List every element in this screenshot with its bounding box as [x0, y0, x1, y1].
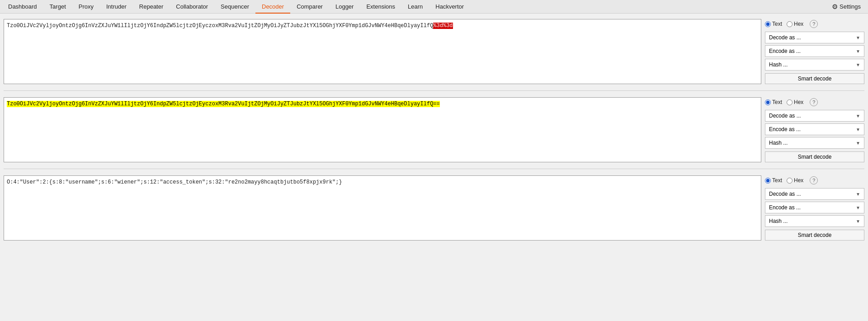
smart-decode-btn-1[interactable]: Smart decode — [765, 73, 864, 84]
hash-chevron-2: ▼ — [856, 141, 860, 146]
nav-proxy[interactable]: Proxy — [72, 0, 100, 14]
divider-2 — [4, 169, 864, 169]
radio-text-label-3[interactable]: Text — [765, 177, 782, 184]
nav-logger[interactable]: Logger — [329, 0, 360, 14]
encode-as-label-1: Encode as ... — [769, 48, 801, 54]
decode-as-label-2: Decode as ... — [769, 113, 801, 119]
smart-decode-btn-3[interactable]: Smart decode — [765, 230, 864, 241]
radio-hex-label-text-1: Hex — [794, 21, 803, 27]
decode-as-chevron-1: ▼ — [856, 35, 860, 40]
encode-as-chevron-3: ▼ — [856, 205, 860, 210]
radio-hex-label-text-3: Hex — [794, 177, 803, 184]
radio-group-3: Text Hex ? — [765, 176, 864, 184]
radio-hex-3[interactable] — [787, 178, 793, 184]
nav-sequencer[interactable]: Sequencer — [214, 0, 255, 14]
radio-hex-label-3[interactable]: Hex — [787, 177, 803, 184]
radio-text-label-text-1: Text — [772, 21, 782, 27]
radio-hex-label-1[interactable]: Hex — [787, 21, 803, 27]
nav-target[interactable]: Target — [43, 0, 72, 14]
decoder-row-1: Tzo0OiJVc2VyljoyOntzOjg6InVzZXJuYW1lIljt… — [4, 17, 864, 86]
radio-text-label-text-2: Text — [772, 99, 782, 105]
encode-as-btn-2[interactable]: Encode as ... ▼ — [765, 123, 864, 135]
decode-as-label-1: Decode as ... — [769, 34, 801, 41]
decoder-textarea-wrap-1: Tzo0OiJVc2VyljoyOntzOjg6InVzZXJuYW1lIljt… — [4, 19, 761, 84]
radio-hex-2[interactable] — [787, 99, 793, 105]
decoder-panel: Tzo0OiJVc2VyljoyOntzOjg6InVzZXJuYW1lIljt… — [4, 17, 864, 242]
radio-text-label-1[interactable]: Text — [765, 21, 782, 27]
decode-as-label-3: Decode as ... — [769, 191, 801, 197]
hash-label-1: Hash ... — [769, 61, 788, 68]
radio-text-label-text-3: Text — [772, 177, 782, 184]
help-icon-1[interactable]: ? — [810, 20, 818, 28]
decoder-controls-3: Text Hex ? Decode as ... ▼ Encode as ...… — [765, 175, 864, 241]
nav-collaborator[interactable]: Collaborator — [170, 0, 214, 14]
encode-as-chevron-1: ▼ — [856, 49, 860, 54]
top-nav: Dashboard Target Proxy Intruder Repeater… — [0, 0, 868, 14]
radio-hex-1[interactable] — [787, 21, 793, 27]
help-icon-2[interactable]: ? — [810, 98, 818, 106]
decoder-controls-1: Text Hex ? Decode as ... ▼ Encode as ...… — [765, 19, 864, 84]
hash-btn-2[interactable]: Hash ... ▼ — [765, 137, 864, 149]
decoder-content-1[interactable]: Tzo0OiJVc2VyljoyOntzOjg6InVzZXJuYW1lIljt… — [4, 19, 761, 74]
settings-icon: ⚙ — [832, 3, 838, 11]
nav-extensions[interactable]: Extensions — [360, 0, 401, 14]
radio-group-2: Text Hex ? — [765, 98, 864, 106]
help-icon-3[interactable]: ? — [810, 176, 818, 184]
highlight-span-1: %3d%3d — [433, 23, 453, 29]
hash-btn-1[interactable]: Hash ... ▼ — [765, 59, 864, 71]
nav-decoder[interactable]: Decoder — [255, 0, 290, 14]
radio-hex-label-text-2: Hex — [794, 99, 803, 105]
encode-as-btn-3[interactable]: Encode as ... ▼ — [765, 202, 864, 213]
settings-label: Settings — [840, 3, 861, 10]
decoder-textarea-wrap-2: Tzo0OiJVc2VyljoyOntzOjg6InVzZXJuYW1lIljt… — [4, 97, 761, 162]
nav-hackvertor[interactable]: Hackvertor — [429, 0, 470, 14]
encode-as-label-3: Encode as ... — [769, 204, 801, 211]
radio-text-3[interactable] — [765, 178, 771, 184]
radio-group-1: Text Hex ? — [765, 20, 864, 28]
decode-as-chevron-2: ▼ — [856, 113, 860, 118]
nav-repeater[interactable]: Repeater — [133, 0, 170, 14]
decoder-content-2[interactable]: Tzo0OiJVc2VyljoyOntzOjg6InVzZXJuYW1lIljt… — [4, 98, 761, 152]
encode-as-label-2: Encode as ... — [769, 126, 801, 132]
nav-learn[interactable]: Learn — [401, 0, 429, 14]
encode-as-btn-1[interactable]: Encode as ... ▼ — [765, 45, 864, 57]
radio-text-label-2[interactable]: Text — [765, 99, 782, 105]
decode-as-btn-1[interactable]: Decode as ... ▼ — [765, 32, 864, 43]
decode-as-btn-3[interactable]: Decode as ... ▼ — [765, 188, 864, 200]
divider-1 — [4, 90, 864, 91]
decode-as-btn-2[interactable]: Decode as ... ▼ — [765, 110, 864, 122]
nav-comparer[interactable]: Comparer — [290, 0, 329, 14]
decoder-row-3: O:4:"User":2:{s:8:"username";s:6:"wiener… — [4, 174, 864, 242]
encode-as-chevron-2: ▼ — [856, 127, 860, 132]
radio-text-2[interactable] — [765, 99, 771, 105]
radio-text-1[interactable] — [765, 21, 771, 27]
hash-label-3: Hash ... — [769, 218, 788, 224]
nav-intruder[interactable]: Intruder — [100, 0, 133, 14]
highlight-span-2: Tzo0OiJVc2VyljoyOntzOjg6InVzZXJuYW1lIljt… — [7, 101, 440, 107]
nav-dashboard[interactable]: Dashboard — [2, 0, 43, 14]
hash-label-2: Hash ... — [769, 140, 788, 146]
decoder-content-3[interactable]: O:4:"User":2:{s:8:"username";s:6:"wiener… — [4, 176, 761, 230]
hash-chevron-3: ▼ — [856, 219, 860, 224]
hash-chevron-1: ▼ — [856, 62, 860, 67]
decode-as-chevron-3: ▼ — [856, 192, 860, 197]
settings-button[interactable]: ⚙ Settings — [826, 0, 866, 14]
decoder-controls-2: Text Hex ? Decode as ... ▼ Encode as ...… — [765, 97, 864, 162]
hash-btn-3[interactable]: Hash ... ▼ — [765, 215, 864, 227]
decoder-textarea-wrap-3: O:4:"User":2:{s:8:"username";s:6:"wiener… — [4, 175, 761, 241]
smart-decode-btn-2[interactable]: Smart decode — [765, 151, 864, 162]
radio-hex-label-2[interactable]: Hex — [787, 99, 803, 105]
decoder-row-2: Tzo0OiJVc2VyljoyOntzOjg6InVzZXJuYW1lIljt… — [4, 95, 864, 164]
decoder-main: Tzo0OiJVc2VyljoyOntzOjg6InVzZXJuYW1lIljt… — [0, 14, 868, 246]
